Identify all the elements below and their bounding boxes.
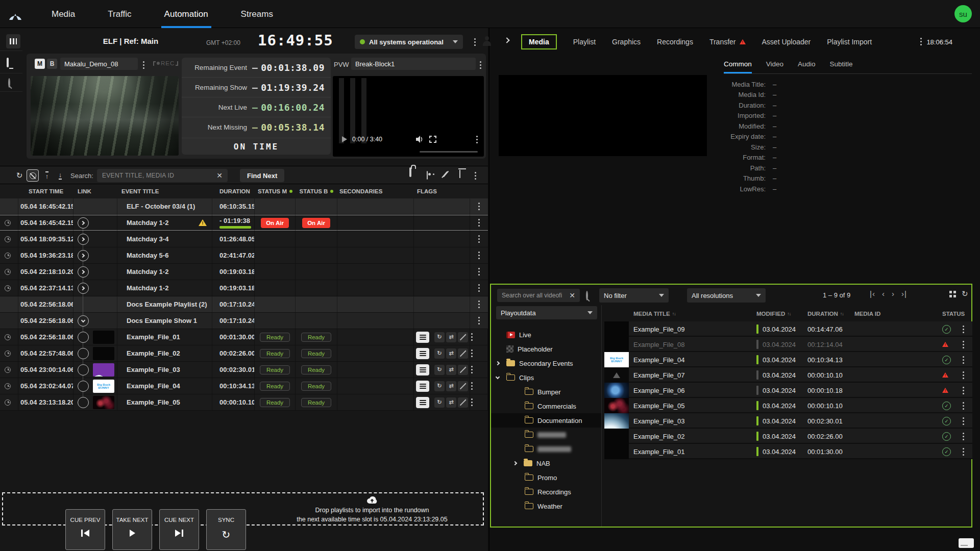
rundown-row-clip[interactable]: 05.04 22:56:18.06 Example_File_01 00:01:… (0, 329, 488, 345)
rundown-row-clip[interactable]: 05.04 23:00:14.06 Example_File_03 00:02:… (0, 362, 488, 378)
transition-flag-icon[interactable]: ⇄ (446, 332, 456, 342)
sync-button[interactable]: SYNC↻ (206, 509, 246, 550)
disabled-flag-icon[interactable] (458, 397, 468, 408)
row-menu-button[interactable] (962, 355, 965, 365)
col-status[interactable]: STATUS (942, 311, 962, 317)
col-duration[interactable]: DURATION↑↓ (807, 311, 854, 317)
disabled-flag-icon[interactable] (458, 365, 468, 375)
nav-tab-streams[interactable]: Streams (238, 0, 276, 28)
event-node[interactable] (78, 348, 89, 359)
view-cards-button[interactable] (427, 171, 428, 179)
rundown-row-clip[interactable]: 05.04 22:57:48.06 Example_File_02 00:02:… (0, 345, 488, 362)
loop-flag-icon[interactable]: ↻ (434, 397, 445, 408)
clear-search-icon[interactable]: ✕ (569, 291, 575, 299)
media-row[interactable]: Example_File_06 03.04.2024 00:00:10.18 ! (604, 383, 972, 398)
resolution-select[interactable]: All resolutions (687, 288, 766, 303)
tree-item-commercials[interactable]: Commercials (491, 399, 601, 413)
col-link[interactable]: LINK (74, 184, 117, 198)
collapse-toggle[interactable] (78, 217, 89, 229)
row-menu-button[interactable] (477, 267, 481, 277)
row-menu-button[interactable] (962, 416, 965, 426)
row-menu-button[interactable] (962, 447, 965, 457)
media-search-input[interactable]: Search over all videofi ✕ (497, 289, 580, 302)
program-video-preview[interactable] (31, 76, 179, 156)
rundown-search-input[interactable]: EVENT TITLE, MEDIA ID ✕ (97, 169, 228, 182)
system-tray-icon[interactable] (959, 538, 974, 548)
row-menu-button[interactable] (470, 348, 474, 358)
clear-search-icon[interactable]: ✕ (216, 171, 223, 180)
disabled-flag-icon[interactable] (458, 332, 468, 342)
col-secondaries[interactable]: SECONDARIES (337, 184, 414, 198)
media-row[interactable]: Example_File_03 03.04.2024 00:02:30.01 ✓ (604, 413, 972, 429)
cue-prev-button[interactable]: CUE PREV (65, 509, 105, 550)
loop-flag-icon[interactable]: ↻ (434, 381, 445, 391)
rundown-row-clip[interactable]: 05.04 23:13:18.20 Example_File_05 00:00:… (0, 394, 488, 411)
system-status-dropdown[interactable]: All systems operational (355, 35, 463, 49)
monitor-view-icon[interactable] (7, 59, 9, 66)
event-node[interactable] (78, 381, 89, 392)
row-menu-button[interactable] (477, 283, 481, 293)
disabled-flag-icon[interactable] (458, 348, 468, 359)
first-page-button[interactable]: |‹ (870, 289, 875, 298)
loop-flag-icon[interactable]: ↻ (434, 365, 445, 375)
prev-page-button[interactable]: ‹ (882, 289, 885, 298)
row-menu-button[interactable] (962, 386, 965, 395)
collapse-toggle[interactable] (78, 266, 89, 278)
tab-media[interactable]: Media (521, 34, 557, 49)
col-status-b[interactable]: STATUS B (296, 184, 337, 198)
media-row[interactable]: Example_File_09 03.04.2024 00:14:47.06 ✓ (604, 321, 972, 337)
rundown-row[interactable]: 05.04 18:09:35.12 Matchday 3-4 01:26:48.… (0, 231, 488, 247)
rundown-row[interactable]: 05.04 19:36:23.18 Matchday 5-6 02:41:47.… (0, 247, 488, 264)
col-start-time[interactable]: START TIME (18, 184, 74, 198)
tree-item-clips[interactable]: Clips (491, 370, 601, 385)
search-icon[interactable] (586, 291, 588, 300)
row-menu-button[interactable] (477, 299, 481, 309)
row-menu-button[interactable] (477, 251, 481, 260)
rundown-row[interactable]: 05.04 22:56:18.06 Docs Example Show 1 00… (0, 313, 488, 329)
delete-button[interactable] (459, 170, 460, 178)
media-row[interactable]: Example_File_07 03.04.2024 00:00:10.10 ! (604, 367, 972, 383)
tree-item-weather[interactable]: Weather (491, 499, 601, 513)
col-event-title[interactable]: EVENT TITLE (117, 184, 212, 198)
meta-tab-audio[interactable]: Audio (798, 60, 816, 73)
panel-menu-button[interactable] (919, 37, 923, 46)
rundown-row[interactable]: 05.04 22:37:14.13 Matchday 1-2 00:19:03.… (0, 280, 488, 296)
meta-tab-common[interactable]: Common (724, 60, 752, 73)
media-preview-player[interactable] (499, 75, 707, 156)
transition-flag-icon[interactable]: ⇄ (446, 348, 456, 359)
row-menu-button[interactable] (470, 332, 474, 342)
tab-asset-uploader[interactable]: Asset Uploader (762, 38, 811, 46)
fullscreen-icon[interactable] (429, 136, 436, 143)
lock-rundown-button[interactable] (409, 168, 411, 176)
rundown-row-onair[interactable]: 05.04 16:45:42.15 Matchday 1-2! - 01:19:… (0, 215, 488, 231)
collapse-toggle[interactable] (78, 315, 89, 327)
media-row[interactable]: Example_File_05 03.04.2024 00:00:10.10 ✓ (604, 398, 972, 413)
nav-tab-traffic[interactable]: Traffic (105, 0, 134, 28)
pvw-progress-bar[interactable] (420, 151, 478, 153)
refresh-button[interactable]: ↻ (13, 169, 26, 182)
filter-select[interactable]: No filter (599, 288, 669, 303)
search-view-icon[interactable] (8, 79, 10, 87)
tree-item-placeholder[interactable]: Placeholder (491, 342, 601, 356)
row-menu-button[interactable] (962, 401, 965, 411)
col-flags[interactable]: FLAGS (414, 184, 470, 198)
row-menu-button[interactable] (477, 202, 481, 211)
row-menu-button[interactable] (470, 397, 474, 407)
user-avatar[interactable]: su (954, 5, 972, 22)
row-menu-button[interactable] (962, 340, 965, 349)
tab-playlist-import[interactable]: Playlist Import (827, 38, 872, 46)
tree-item-promo[interactable]: Promo (491, 470, 601, 485)
monitor-source-name[interactable]: Makalu_Demo_08 (60, 58, 138, 70)
monitor-m-button[interactable]: M (35, 59, 45, 69)
tree-item-live[interactable]: Live (491, 328, 601, 342)
find-next-button[interactable]: Find Next (240, 169, 284, 182)
header-menu-button[interactable] (473, 37, 477, 47)
media-row[interactable]: Big Buck BUNNY Example_File_04 03.04.202… (604, 352, 972, 367)
rundown-row[interactable]: 05.04 22:18:10.20 Matchday 1-2 00:19:03.… (0, 264, 488, 280)
last-page-button[interactable]: ›| (901, 289, 907, 298)
cue-next-button[interactable]: CUE NEXT (159, 509, 199, 550)
scroll-to-top-button[interactable]: ↑ (41, 169, 53, 182)
nav-tab-automation[interactable]: Automation (161, 0, 211, 28)
media-row[interactable]: Example_File_01 03.04.2024 00:01:30.00 ✓ (604, 444, 972, 459)
tree-item-bumper[interactable]: Bumper (491, 385, 601, 399)
